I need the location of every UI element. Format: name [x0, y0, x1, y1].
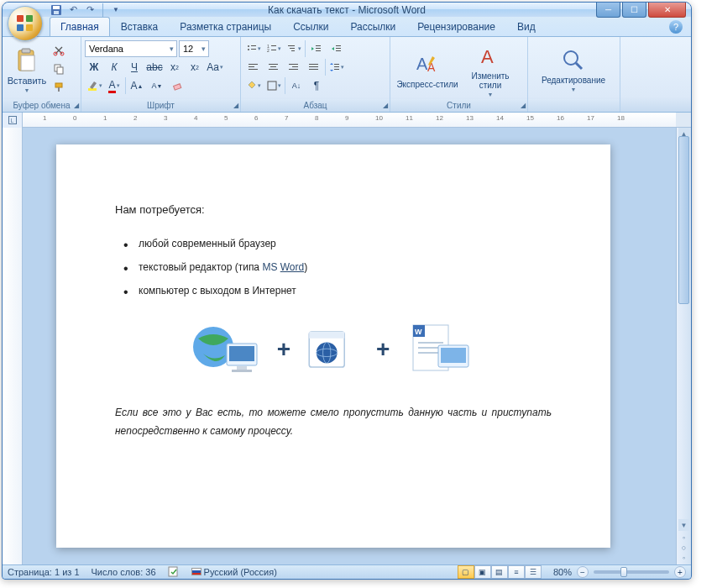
- shading-button[interactable]: [244, 77, 263, 94]
- web-layout-view-button[interactable]: ▤: [491, 565, 508, 579]
- undo-icon[interactable]: ↶: [66, 3, 80, 17]
- clipboard-dialog-launcher[interactable]: ◢: [74, 102, 79, 109]
- outline-view-button[interactable]: ≡: [508, 565, 525, 579]
- svg-point-20: [248, 49, 249, 50]
- zoom-slider[interactable]: [594, 570, 669, 574]
- print-layout-view-button[interactable]: ▢: [458, 565, 474, 579]
- change-case-button[interactable]: Aa: [206, 59, 224, 76]
- browse-object-button[interactable]: ○: [677, 543, 691, 553]
- svg-rect-19: [251, 45, 256, 46]
- cut-button[interactable]: [50, 42, 68, 59]
- increase-indent-button[interactable]: [327, 40, 346, 57]
- justify-button[interactable]: [305, 59, 323, 76]
- italic-button[interactable]: К: [105, 59, 123, 76]
- save-icon[interactable]: [50, 3, 63, 17]
- svg-text:A: A: [481, 46, 494, 67]
- svg-text:2: 2: [267, 48, 270, 53]
- horizontal-ruler[interactable]: 3210123456789101112131415161718: [23, 113, 676, 127]
- tab-page-layout[interactable]: Разметка страницы: [169, 17, 282, 36]
- svg-rect-36: [249, 66, 254, 67]
- close-button[interactable]: ✕: [648, 3, 686, 18]
- numbering-button[interactable]: 12: [264, 40, 283, 57]
- tab-references[interactable]: Ссылки: [282, 17, 339, 36]
- clear-formatting-button[interactable]: [168, 77, 186, 94]
- copy-button[interactable]: [50, 60, 68, 77]
- align-right-button[interactable]: [285, 59, 303, 76]
- tab-view[interactable]: Вид: [506, 17, 547, 36]
- tab-mailings[interactable]: Рассылки: [339, 17, 406, 36]
- group-font: Verdana 12 Ж К Ч abc x2 x2 Aa A: [81, 37, 241, 112]
- styles-dialog-launcher[interactable]: ◢: [521, 102, 526, 109]
- group-editing: Редактирование ▼: [528, 37, 620, 112]
- format-painter-button[interactable]: [50, 79, 68, 96]
- status-page[interactable]: Страница: 1 из 1: [8, 567, 80, 577]
- bullets-button[interactable]: [244, 40, 263, 57]
- redo-icon[interactable]: ↷: [83, 3, 97, 17]
- svg-rect-59: [232, 370, 252, 372]
- zoom-level[interactable]: 80%: [553, 567, 572, 577]
- maximize-button[interactable]: ☐: [622, 3, 646, 18]
- document-viewport[interactable]: Нам потребуется: любой современный брауз…: [23, 128, 676, 564]
- sort-button[interactable]: А↓: [287, 77, 306, 94]
- prev-page-button[interactable]: ◦: [677, 533, 691, 543]
- line-spacing-button[interactable]: [327, 59, 346, 76]
- tab-review[interactable]: Рецензирование: [406, 17, 506, 36]
- svg-rect-45: [309, 66, 318, 67]
- highlight-button[interactable]: [85, 77, 103, 94]
- align-center-button[interactable]: [264, 59, 283, 76]
- cut-icon: [53, 45, 65, 56]
- window-controls: ─ ☐ ✕: [596, 3, 686, 18]
- superscript-button[interactable]: x2: [186, 59, 204, 76]
- font-size-combo[interactable]: 12: [179, 40, 209, 57]
- status-language[interactable]: Русский (Россия): [191, 567, 277, 577]
- zoom-slider-knob[interactable]: [620, 567, 627, 577]
- paragraph-dialog-launcher[interactable]: ◢: [383, 102, 388, 109]
- vertical-scrollbar[interactable]: ▲ ▼ ◦ ○ ◦: [676, 128, 691, 564]
- show-marks-button[interactable]: ¶: [307, 77, 326, 94]
- grow-font-button[interactable]: A▲: [128, 77, 146, 94]
- shrink-font-button[interactable]: A▼: [148, 77, 166, 94]
- change-styles-icon: A: [477, 43, 504, 70]
- svg-rect-37: [249, 69, 258, 70]
- editing-button[interactable]: Редактирование ▼: [531, 40, 615, 99]
- next-page-button[interactable]: ◦: [677, 553, 691, 563]
- help-button[interactable]: ?: [669, 20, 683, 34]
- eraser-icon: [171, 80, 183, 92]
- scroll-thumb[interactable]: [678, 136, 689, 304]
- zoom-out-button[interactable]: −: [577, 566, 589, 578]
- status-proofing-icon[interactable]: [168, 565, 180, 579]
- subscript-button[interactable]: x2: [165, 59, 184, 76]
- bold-button[interactable]: Ж: [85, 59, 103, 76]
- svg-rect-57: [229, 346, 254, 361]
- full-screen-view-button[interactable]: ▣: [474, 565, 491, 579]
- office-button[interactable]: [8, 6, 43, 41]
- align-left-button[interactable]: [244, 59, 263, 76]
- borders-button[interactable]: [264, 77, 283, 94]
- paste-button[interactable]: Вставить ▼: [6, 40, 48, 99]
- multilevel-icon: [287, 44, 297, 54]
- font-name-combo[interactable]: Verdana: [85, 40, 177, 57]
- vertical-ruler[interactable]: [3, 128, 23, 564]
- font-dialog-launcher[interactable]: ◢: [233, 102, 238, 109]
- quick-styles-button[interactable]: A A Экспресс-стили: [394, 40, 461, 99]
- svg-rect-32: [336, 45, 341, 46]
- change-styles-button[interactable]: A Изменить стили ▼: [463, 40, 518, 99]
- view-buttons: ▢ ▣ ▤ ≡ ☰: [458, 565, 542, 579]
- draft-view-button[interactable]: ☰: [525, 565, 542, 579]
- font-color-button[interactable]: A: [105, 77, 123, 94]
- tab-insert[interactable]: Вставка: [110, 17, 170, 36]
- strikethrough-button[interactable]: abc: [145, 59, 164, 76]
- decrease-indent-button[interactable]: [307, 40, 326, 57]
- underline-button[interactable]: Ч: [125, 59, 144, 76]
- zoom-in-button[interactable]: +: [674, 566, 686, 578]
- tab-home[interactable]: Главная: [50, 17, 110, 36]
- minimize-button[interactable]: ─: [596, 3, 620, 18]
- qat-customize-icon[interactable]: ▼: [109, 3, 123, 17]
- svg-rect-41: [289, 64, 298, 65]
- ruler-corner[interactable]: L: [3, 113, 23, 128]
- increase-indent-icon: [332, 44, 342, 54]
- decrease-indent-icon: [311, 44, 322, 54]
- status-words[interactable]: Число слов: 36: [92, 567, 156, 577]
- multilevel-button[interactable]: [285, 40, 303, 57]
- scroll-down-button[interactable]: ▼: [678, 519, 689, 531]
